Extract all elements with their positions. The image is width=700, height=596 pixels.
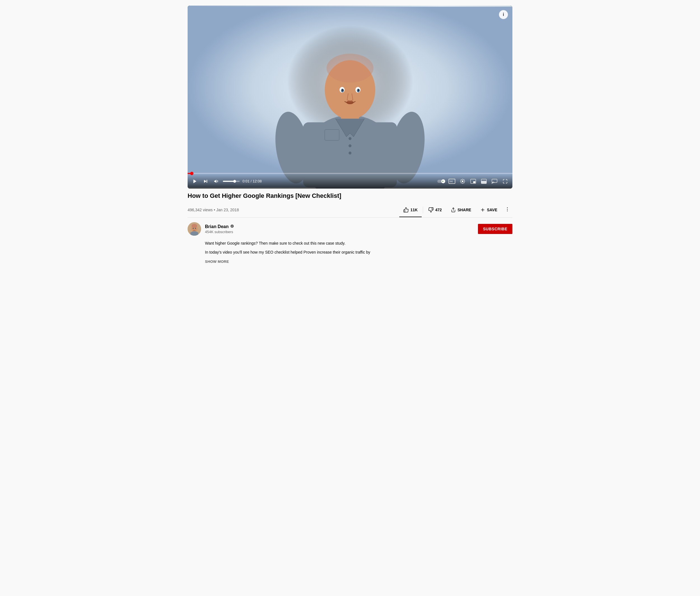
channel-text: Brian Dean 454K subscribers [205, 224, 234, 234]
svg-point-15 [346, 101, 354, 104]
volume-fill [223, 181, 235, 182]
video-title: How to Get Higher Google Rankings [New C… [188, 192, 512, 200]
svg-rect-32 [481, 181, 486, 183]
theatre-button[interactable] [480, 179, 488, 184]
svg-point-18 [348, 152, 352, 154]
video-controls: 0:01 / 12:08 CC [188, 174, 512, 189]
video-meta-row: 496,342 views • Jan 23, 2018 11K [188, 202, 512, 218]
autoplay-toggle[interactable] [437, 179, 445, 184]
svg-rect-47 [190, 232, 198, 235]
volume-slider[interactable] [223, 181, 240, 182]
time-display: 0:01 / 12:08 [242, 179, 262, 183]
svg-point-40 [507, 211, 508, 212]
svg-rect-22 [207, 180, 207, 183]
svg-text:CC: CC [450, 180, 453, 183]
show-more-button[interactable]: SHOW MORE [205, 258, 229, 265]
video-info-button[interactable]: i [499, 10, 508, 19]
subscriber-count: 454K subscribers [205, 230, 234, 234]
svg-point-43 [191, 224, 197, 228]
like-button-wrapper: 11K [399, 205, 422, 215]
channel-name-row: Brian Dean [205, 224, 234, 229]
description-text: Want higher Google rankings? Then make s… [205, 240, 512, 255]
more-options-button[interactable] [502, 204, 512, 215]
settings-button[interactable] [459, 179, 466, 184]
next-button[interactable] [202, 179, 209, 184]
svg-point-13 [342, 90, 343, 91]
play-button[interactable] [191, 179, 199, 184]
channel-row: Brian Dean 454K subscribers SUBSCRIBE [188, 218, 512, 240]
fullscreen-button[interactable] [501, 179, 509, 184]
thumbs-down-icon [428, 207, 434, 213]
svg-marker-23 [214, 180, 216, 183]
svg-point-16 [348, 137, 352, 140]
channel-name[interactable]: Brian Dean [205, 224, 229, 229]
video-actions: 11K 472 SHARE [399, 204, 512, 215]
subscribe-button[interactable]: SUBSCRIBE [478, 224, 512, 234]
like-button[interactable]: 11K [399, 205, 422, 215]
channel-avatar[interactable] [188, 222, 201, 235]
avatar-svg [188, 222, 201, 235]
share-button[interactable]: SHARE [447, 205, 475, 215]
like-dislike-divider [423, 206, 423, 213]
svg-rect-30 [473, 181, 475, 183]
miniplayer-button[interactable] [469, 179, 477, 184]
svg-marker-21 [204, 180, 206, 183]
svg-marker-20 [193, 179, 197, 183]
video-description: Want higher Google rankings? Then make s… [188, 240, 512, 265]
more-dots-icon [504, 206, 510, 212]
share-icon [451, 207, 456, 213]
video-info: How to Get Higher Google Rankings [New C… [188, 189, 512, 267]
svg-point-8 [327, 54, 373, 83]
volume-button[interactable] [212, 179, 220, 184]
cast-button[interactable] [491, 179, 498, 184]
svg-point-17 [348, 144, 352, 147]
person-svg [188, 6, 512, 189]
verified-icon [230, 224, 234, 229]
dislike-button[interactable]: 472 [424, 205, 446, 215]
svg-point-44 [192, 228, 194, 229]
video-stats: 496,342 views • Jan 23, 2018 [188, 208, 239, 212]
svg-point-39 [507, 209, 508, 210]
channel-info: Brian Dean 454K subscribers [188, 222, 234, 235]
thumbs-up-icon [403, 207, 409, 213]
captions-button[interactable]: CC [448, 179, 456, 184]
svg-point-45 [195, 228, 196, 229]
save-icon [480, 207, 485, 213]
svg-point-38 [507, 207, 508, 208]
video-player[interactable]: i [188, 6, 512, 189]
video-thumbnail [188, 6, 512, 189]
svg-point-14 [358, 90, 359, 91]
save-button[interactable]: SAVE [476, 205, 501, 215]
